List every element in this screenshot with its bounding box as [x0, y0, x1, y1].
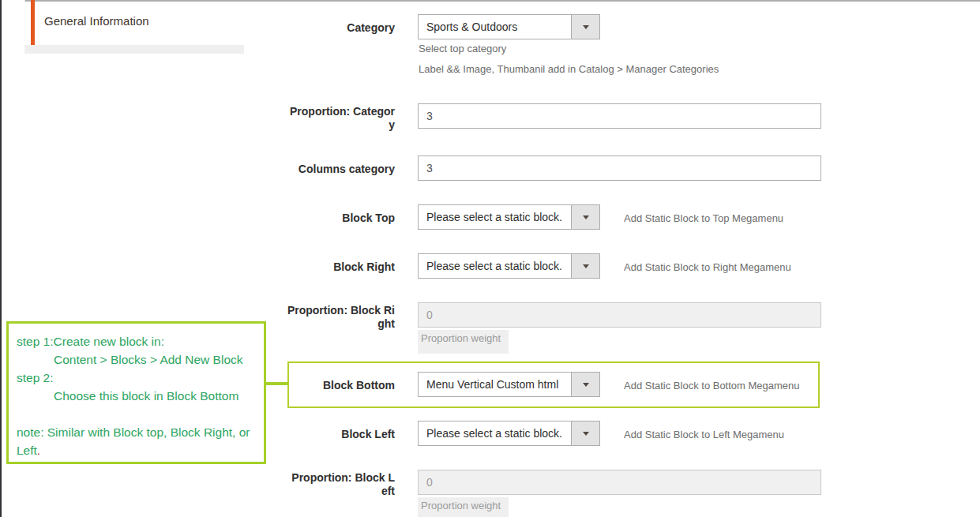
annotation-spacer: [17, 405, 259, 423]
field-label-proportion-block-right: Proportion: Block Right: [286, 304, 395, 331]
block-bottom-select[interactable]: Menu Vertical Custom html: [418, 372, 600, 397]
block-left-select[interactable]: Please select a static block.: [418, 421, 600, 446]
select-value: Please select a static block.: [426, 427, 562, 440]
field-label-block-bottom: Block Bottom: [286, 379, 395, 392]
proportion-weight-note: Proportion weight: [418, 497, 509, 517]
chevron-down-icon[interactable]: [571, 15, 599, 39]
field-label-category: Category: [286, 21, 395, 35]
chevron-down-icon[interactable]: [571, 373, 599, 396]
proportion-weight-note: Proportion weight: [418, 330, 509, 354]
field-label-columns-category: Columns category: [286, 163, 395, 176]
annotation-line: step 2:: [17, 369, 259, 387]
proportion-block-right-input: [418, 302, 821, 328]
annotation-period: .: [37, 444, 40, 457]
active-tab-indicator: [31, 0, 35, 45]
field-label-block-right: Block Right: [286, 260, 395, 274]
field-label-proportion-category: Proportion: Category: [286, 105, 395, 132]
select-value: Sports & Outdoors: [426, 21, 517, 33]
proportion-block-left-input: [418, 470, 821, 495]
annotation-line: step 1:Create new block in:: [17, 332, 259, 350]
field-label-proportion-block-left: Proportion: Block Left: [286, 471, 395, 498]
tab-general-information[interactable]: General Information: [24, 2, 244, 45]
field-label-block-left: Block Left: [286, 428, 395, 441]
select-value: Menu Vertical Custom html: [426, 378, 558, 391]
tab-label: General Information: [44, 14, 149, 28]
columns-category-input[interactable]: [418, 155, 821, 181]
tab-divider-strip: [24, 45, 244, 54]
field-label-block-top: Block Top: [286, 212, 395, 225]
block-bottom-note: Add Static Block to Bottom Megamenu: [624, 380, 800, 391]
category-note: Select top category: [419, 43, 506, 54]
chevron-down-icon[interactable]: [571, 421, 599, 445]
annotation-note-text: note: Similar with Block top, Block Righ…: [17, 425, 250, 457]
annotation-line: Content > Blocks > Add New Block: [17, 350, 259, 369]
block-left-note: Add Static Block to Left Megamenu: [624, 429, 784, 440]
block-top-note: Add Static Block to Top Megamenu: [624, 212, 783, 224]
block-right-note: Add Static Block to Right Megamenu: [624, 261, 791, 273]
select-value: Please select a static block.: [426, 211, 562, 223]
page: { "sidebar": { "active_tab": "General In…: [0, 0, 980, 517]
annotation-line: note: Similar with Block top, Block Righ…: [17, 423, 259, 459]
block-top-select[interactable]: Please select a static block.: [418, 204, 600, 230]
chevron-down-icon[interactable]: [571, 205, 599, 229]
annotation-line: Choose this block in Block Bottom: [17, 387, 259, 405]
annotation-box: step 1:Create new block in: Content > Bl…: [6, 321, 266, 464]
chevron-down-icon[interactable]: [571, 254, 599, 278]
category-select[interactable]: Sports & Outdoors: [418, 14, 600, 39]
annotation-connector-line: [266, 382, 288, 385]
proportion-category-input[interactable]: [418, 103, 821, 129]
select-value: Please select a static block.: [426, 260, 562, 272]
window-left-edge: [0, 0, 2, 517]
block-right-select[interactable]: Please select a static block.: [418, 253, 600, 279]
category-note-2: Label && Image, Thumbanil add in Catalog…: [419, 63, 719, 75]
